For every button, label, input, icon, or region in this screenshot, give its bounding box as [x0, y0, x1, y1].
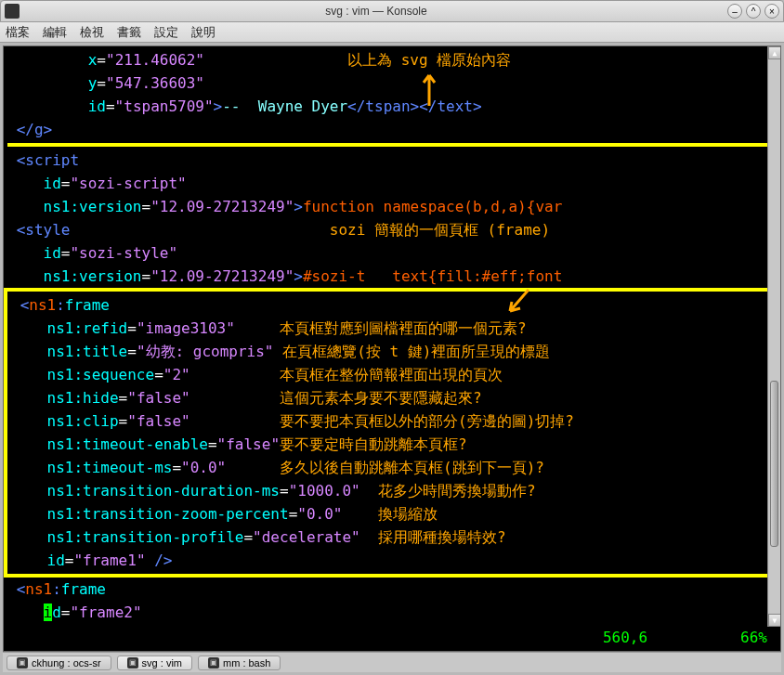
code-content: x="211.46062" 以上為 svg 檔原始內容 y="547.36603… — [7, 48, 777, 141]
menubar: 檔案 編輯 檢視 書籤 設定 說明 — [0, 22, 784, 43]
frame-highlight-box: <ns1:frame ns1:refid="image3103" 本頁框對應到圖… — [4, 288, 780, 578]
cursor-position: 560,6 — [603, 626, 647, 649]
window-title: svg : vim — Konsole — [25, 5, 727, 18]
menu-edit[interactable]: 編輯 — [43, 24, 67, 41]
vim-cursor: i — [44, 604, 53, 621]
konsole-tabbar: ▣ ckhung : ocs-sr ▣ svg : vim ▣ mm : bas… — [3, 652, 781, 672]
tab-label: svg : vim — [142, 657, 182, 669]
menu-bookmarks[interactable]: 書籤 — [117, 24, 141, 41]
terminal-area[interactable]: x="211.46062" 以上為 svg 檔原始內容 y="547.36603… — [3, 45, 781, 652]
scroll-up-button[interactable]: ▲ — [768, 46, 781, 59]
code-frame2: <ns1:frame id="frame2" — [7, 578, 777, 624]
tab-label: mm : bash — [223, 657, 270, 669]
terminal-icon: ▣ — [127, 657, 138, 669]
maximize-button[interactable]: ^ — [746, 4, 761, 19]
tab-2[interactable]: ▣ svg : vim — [117, 656, 192, 670]
tab-1[interactable]: ▣ ckhung : ocs-sr — [7, 656, 111, 670]
app-icon — [5, 4, 20, 19]
menu-settings[interactable]: 設定 — [154, 24, 178, 41]
vertical-scrollbar[interactable]: ▲ ▼ — [767, 46, 780, 627]
separator-line — [7, 143, 777, 147]
code-script: <script id="sozi-script" ns1:version="12… — [7, 149, 777, 288]
scroll-track[interactable] — [768, 59, 780, 614]
scroll-thumb[interactable] — [770, 381, 778, 547]
menu-view[interactable]: 檢視 — [80, 24, 104, 41]
tab-label: ckhung : ocs-sr — [32, 657, 101, 669]
vim-statusline: 560,6 66% — [4, 626, 780, 649]
code-frame: <ns1:frame ns1:refid="image3103" 本頁框對應到圖… — [11, 293, 773, 572]
minimize-button[interactable]: – — [727, 4, 742, 19]
terminal-icon: ▣ — [208, 657, 219, 669]
menu-help[interactable]: 說明 — [191, 24, 216, 41]
window-titlebar: svg : vim — Konsole – ^ × — [0, 0, 784, 22]
scroll-percent: 66% — [740, 626, 767, 649]
close-button[interactable]: × — [764, 4, 779, 19]
menu-file[interactable]: 檔案 — [6, 24, 30, 41]
terminal-icon: ▣ — [17, 657, 28, 669]
tab-3[interactable]: ▣ mm : bash — [198, 656, 281, 670]
scroll-down-button[interactable]: ▼ — [768, 614, 781, 627]
